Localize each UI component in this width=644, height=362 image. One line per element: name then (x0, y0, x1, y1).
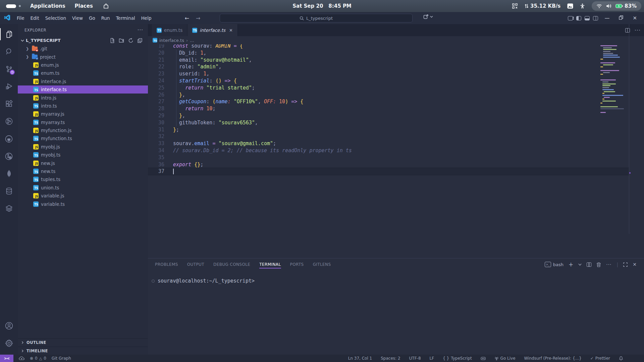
code-line-23[interactable]: 23 userid: 1, (148, 70, 629, 77)
back-arrow-icon[interactable]: ← (184, 15, 189, 21)
account-icon[interactable] (0, 318, 18, 334)
code-line-32[interactable]: 32 (148, 133, 629, 140)
tab-interface.ts[interactable]: TSinterface.ts✕ (187, 24, 238, 36)
tree-item-variable.ts[interactable]: TSvariable.ts (18, 200, 148, 208)
tree-item-.git[interactable]: ❯◆.git (18, 45, 148, 53)
new-folder-icon[interactable] (119, 38, 124, 43)
scrollbar-ruler[interactable] (629, 24, 644, 234)
split-terminal-icon[interactable] (587, 262, 591, 267)
outline-section[interactable]: OUTLINE (18, 339, 148, 347)
panel-tab-terminal[interactable]: TERMINAL (259, 258, 281, 270)
code-line-20[interactable]: 20 Db_id: 1, (148, 50, 629, 57)
terminal-shell-item[interactable]: >_ bash (545, 262, 564, 267)
accessibility-icon[interactable] (580, 3, 585, 9)
github-icon[interactable] (0, 131, 18, 147)
toggle-primary-sidebar-icon[interactable] (576, 16, 581, 20)
tree-item-myobj.js[interactable]: JSmyobj.js (18, 143, 148, 151)
quick-settings[interactable]: 83% (592, 1, 641, 11)
customize-layout-icon[interactable] (568, 16, 573, 20)
applications-menu[interactable]: Applications (30, 3, 65, 9)
tree-item-new.ts[interactable]: TSnew.ts (18, 167, 148, 175)
code-line-36[interactable]: 36export {}; (148, 161, 629, 168)
forward-arrow-icon[interactable]: → (196, 15, 200, 21)
language-mode[interactable]: { } TypeScript (443, 356, 472, 361)
gitlens-icon[interactable] (0, 148, 18, 164)
explorer-more-actions[interactable]: ··· (138, 27, 143, 33)
breadcrumb[interactable]: TS interface.ts › ... (148, 36, 644, 44)
remote-indicator[interactable]: >< (0, 355, 13, 362)
kill-terminal-trash-icon[interactable] (596, 262, 601, 267)
prettier-status[interactable]: ✓ Prettier (590, 356, 610, 361)
panel-more-actions[interactable]: ··· (606, 262, 611, 267)
toggle-secondary-sidebar-icon[interactable] (593, 16, 598, 20)
tree-item-myfunction.ts[interactable]: TSmyfunction.ts (18, 134, 148, 142)
cascade-button[interactable] (423, 14, 433, 19)
minimap[interactable] (600, 45, 629, 116)
menu-run[interactable]: Run (98, 14, 113, 22)
git-graph-icon[interactable] (0, 113, 18, 129)
tab-enum.ts[interactable]: TSenum.ts (152, 24, 187, 36)
timeline-section[interactable]: TIMELINE (18, 347, 148, 355)
indentation[interactable]: Spaces: 2 (381, 356, 400, 361)
code-editor[interactable]: 19const sourav: ADMIN = {20 Db_id: 1,21 … (148, 44, 629, 234)
windsurf-status[interactable]: Windsurf (Pre-Release): {...} (524, 356, 582, 361)
close-tab-icon[interactable]: ✕ (229, 28, 233, 33)
code-line-21[interactable]: 21 email: "sourav@hotmail", (148, 57, 629, 64)
menu-help[interactable]: Help (138, 14, 155, 22)
menu-file[interactable]: File (14, 14, 28, 22)
code-line-35[interactable]: 35 (148, 154, 629, 161)
tree-item-union.ts[interactable]: TSunion.ts (18, 184, 148, 192)
new-file-icon[interactable] (110, 38, 115, 43)
code-line-28[interactable]: 28 return 10; (148, 105, 629, 112)
extensions-icon[interactable] (0, 96, 18, 112)
home-icon[interactable] (103, 3, 109, 9)
workspace-indicator[interactable] (6, 4, 16, 8)
cursor-position[interactable]: Ln 37, Col 1 (348, 356, 372, 361)
workspace-dot[interactable] (19, 5, 21, 7)
database-icon[interactable] (0, 183, 18, 199)
source-control-icon[interactable] (0, 61, 18, 77)
code-line-29[interactable]: 29 }, (148, 112, 629, 119)
explorer-icon[interactable] (0, 26, 18, 42)
maximize-panel-icon[interactable] (623, 262, 628, 267)
code-line-27[interactable]: 27 getCoupon: (name: "OFF10%", OFF: 10) … (148, 98, 629, 105)
menu-edit[interactable]: Edit (28, 14, 42, 22)
tree-item-interface.ts[interactable]: TSinterface.ts (18, 85, 148, 94)
new-terminal-icon[interactable]: + (569, 261, 573, 268)
code-line-31[interactable]: 31}; (148, 126, 629, 133)
code-line-26[interactable]: 26 }, (148, 92, 629, 99)
code-line-37[interactable]: 37 (148, 168, 629, 175)
close-button[interactable]: ✕ (630, 15, 640, 21)
command-center-search[interactable]: L_typescript (220, 14, 413, 22)
close-panel-icon[interactable]: ✕ (633, 262, 637, 267)
tree-item-enum.js[interactable]: JSenum.js (18, 61, 148, 69)
tree-item-intro.ts[interactable]: TSintro.ts (18, 102, 148, 110)
menu-go[interactable]: Go (86, 14, 98, 22)
search-icon[interactable] (0, 44, 18, 60)
menu-selection[interactable]: Selection (42, 14, 69, 22)
menu-view[interactable]: View (69, 14, 86, 22)
tree-item-tuples.ts[interactable]: TStuples.ts (18, 175, 148, 183)
minimize-button[interactable]: — (601, 15, 612, 21)
network-speed[interactable]: 35.12 KB/s (525, 3, 560, 9)
panel-tab-debug-console[interactable]: DEBUG CONSOLE (213, 258, 250, 270)
publish-cloud-icon[interactable] (19, 356, 24, 360)
refresh-icon[interactable] (128, 38, 133, 43)
panel-tab-output[interactable]: OUTPUT (187, 258, 204, 270)
eol-sequence[interactable]: LF (430, 356, 434, 361)
code-line-34[interactable]: 34// sourav.Db_id = 2; // because its re… (148, 147, 629, 154)
tree-item-interface.js[interactable]: JSinterface.js (18, 77, 148, 85)
git-graph-status[interactable]: Git Graph (52, 356, 71, 361)
code-line-25[interactable]: 25 return "trial started"; (148, 84, 629, 92)
screenshot-icon[interactable] (512, 3, 518, 9)
workspace-root-folder[interactable]: L_TYPESCRIPT (18, 36, 148, 45)
run-debug-icon[interactable] (0, 78, 18, 95)
encoding[interactable]: UTF-8 (409, 356, 421, 361)
code-line-22[interactable]: 22 role: "admin", (148, 63, 629, 70)
layers-icon[interactable] (0, 200, 18, 217)
settings-gear-icon[interactable] (0, 335, 18, 351)
code-line-33[interactable]: 33sourav.email = "sourav@gmail.com"; (148, 140, 629, 147)
mongodb-icon[interactable] (0, 166, 18, 182)
tree-item-enum.ts[interactable]: TSenum.ts (18, 69, 148, 77)
chevron-down-icon[interactable] (578, 263, 582, 266)
